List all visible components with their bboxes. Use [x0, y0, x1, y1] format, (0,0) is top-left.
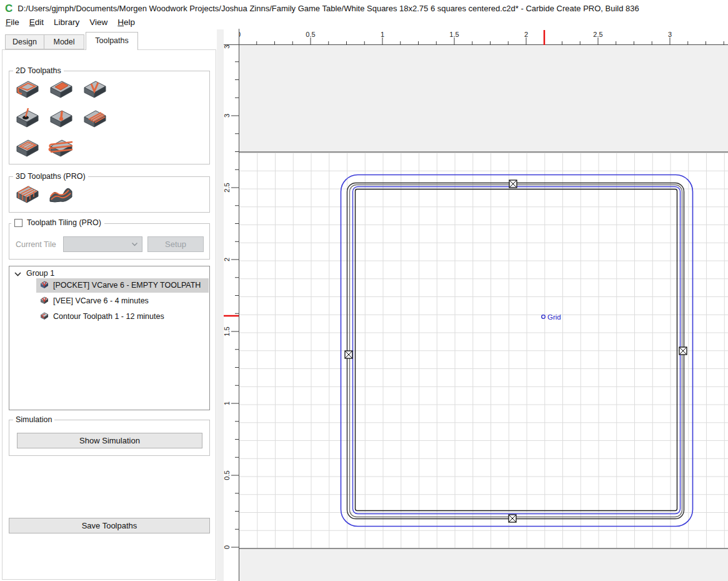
toolpath-tree-item[interactable]: [POCKET] VCarve 6 - EMPTY TOOLPATH: [36, 278, 209, 293]
toolpath-item-label: Contour Toolpath 1 - 12 minutes: [53, 310, 164, 324]
tree-group-label: Group 1: [26, 269, 54, 278]
selection-handle[interactable]: [345, 351, 352, 358]
top-ruler-scale: 00.511.522.53: [239, 29, 728, 45]
tiling-checkbox[interactable]: [14, 219, 22, 227]
vcarve-toolpath-icon[interactable]: [81, 78, 108, 103]
current-tile-label: Current Tile: [16, 240, 56, 249]
selection-handle[interactable]: [679, 347, 687, 355]
vcarve-blue-icon: [39, 280, 49, 290]
tiling-checkbox-label: Toolpath Tiling (PRO): [27, 218, 101, 227]
menu-bar: FileEditLibraryViewHelp: [0, 16, 728, 29]
chevron-down-icon: [131, 241, 138, 248]
keyhole-toolpath-icon[interactable]: [47, 108, 74, 133]
tab-model[interactable]: Model: [44, 34, 84, 49]
group-toolpath-tiling: Toolpath Tiling (PRO) Current Tile Setup: [9, 223, 210, 260]
save-toolpaths-button[interactable]: Save Toolpaths: [9, 518, 210, 533]
outside-stock-bottom: [239, 548, 728, 581]
left-ruler-scale: 00.511.522.533.5: [224, 45, 239, 581]
group-2d-toolpaths: 2D Toolpaths: [9, 71, 210, 164]
tab-toolpaths[interactable]: Toolpaths: [86, 32, 138, 50]
setup-button[interactable]: Setup: [147, 236, 204, 252]
ruler-label: 3.5: [224, 45, 231, 49]
toolpath-panel: DesignModelToolpaths 2D Toolpaths 3D Too…: [0, 29, 217, 581]
toolpath-icon-grid-2d: [13, 78, 201, 166]
group-3d-toolpaths-title: 3D Toolpaths (PRO): [13, 172, 88, 181]
group-3d-toolpaths: 3D Toolpaths (PRO): [9, 176, 210, 213]
chevron-down-icon[interactable]: [14, 271, 21, 277]
selection-handle[interactable]: [509, 180, 517, 188]
wrap-toolpath-icon[interactable]: [47, 137, 74, 162]
ruler-label: 1: [224, 402, 231, 405]
menu-item-view[interactable]: View: [84, 16, 112, 28]
ruler-label: 1.5: [224, 326, 231, 336]
menu-item-edit[interactable]: Edit: [24, 16, 49, 28]
menu-item-help[interactable]: Help: [112, 16, 140, 28]
stock-area: [239, 152, 728, 548]
toolpath-icon-grid-3d: [13, 183, 81, 208]
toolpath-tree-item[interactable]: [VEE] VCarve 6 - 4 minutes: [36, 294, 209, 308]
engrave-toolpath-icon[interactable]: [13, 137, 41, 162]
ruler-corner: [224, 29, 239, 45]
group-simulation: Simulation Show Simulation: [9, 420, 210, 456]
toolpath-item-label: [POCKET] VCarve 6 - EMPTY TOOLPATH: [53, 278, 201, 293]
ruler-label: 1: [381, 31, 384, 38]
finish3d-toolpath-icon[interactable]: [47, 183, 74, 208]
window-title: D:/Users/gjmph/Documents/Morgen Woodwork…: [17, 4, 639, 13]
application-window: C D:/Users/gjmph/Documents/Morgen Woodwo…: [0, 0, 728, 581]
group-2d-toolpaths-title: 2D Toolpaths: [13, 66, 64, 75]
outside-stock-top: [239, 45, 728, 152]
contour-mini-icon: [39, 311, 49, 321]
left-ruler: 00.511.522.533.5: [224, 45, 239, 581]
ruler-label: 1.5: [449, 31, 459, 38]
ruler-label: 2: [524, 31, 528, 38]
contour-toolpath-icon[interactable]: [13, 78, 41, 103]
menu-item-library[interactable]: Library: [49, 16, 84, 28]
ruler-label: 3: [224, 114, 231, 118]
grid-point-marker[interactable]: [542, 315, 546, 319]
ruler-label: 0: [239, 31, 241, 38]
tab-design[interactable]: Design: [5, 34, 44, 49]
design-canvas[interactable]: Grid: [239, 45, 728, 581]
ruler-label: 0.5: [224, 470, 231, 480]
canvas-drawing: Grid: [239, 45, 728, 581]
drill-toolpath-icon[interactable]: [13, 108, 41, 133]
toolpath-item-label: [VEE] VCarve 6 - 4 minutes: [53, 294, 149, 308]
ruler-label: 0: [224, 545, 231, 549]
title-bar: C D:/Users/gjmph/Documents/Morgen Woodwo…: [0, 0, 728, 16]
texture-toolpath-icon[interactable]: [81, 108, 108, 133]
ruler-label: 2.5: [224, 183, 231, 192]
toolpath-tree[interactable]: Group 1 [POCKET] VCarve 6 - EMPTY TOOLPA…: [9, 266, 210, 410]
ruler-label: 2.5: [593, 31, 602, 38]
ruler-label: 3: [668, 31, 672, 38]
selection-handle[interactable]: [509, 515, 516, 522]
menu-item-file[interactable]: File: [1, 16, 24, 28]
rough3d-toolpath-icon[interactable]: [13, 183, 41, 208]
grid-point-label: Grid: [547, 313, 561, 321]
panel-splitter[interactable]: [217, 29, 224, 581]
pocket-toolpath-icon[interactable]: [47, 78, 74, 103]
vcarve-red-icon: [39, 296, 49, 306]
group-simulation-title: Simulation: [13, 415, 54, 424]
toolpath-tree-item[interactable]: Contour Toolpath 1 - 12 minutes: [36, 310, 209, 324]
ruler-label: 2: [224, 258, 231, 261]
current-tile-select[interactable]: [63, 236, 142, 252]
app-logo-icon: C: [5, 3, 12, 14]
ruler-label: 0.5: [306, 31, 315, 38]
top-ruler: 00.511.522.53: [239, 29, 728, 45]
show-simulation-button[interactable]: Show Simulation: [17, 433, 202, 448]
